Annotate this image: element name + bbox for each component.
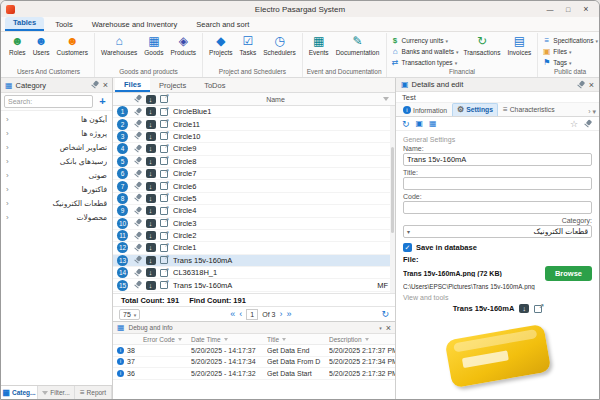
open-column-icon[interactable]	[160, 95, 168, 103]
chevron-down-icon[interactable]	[379, 323, 382, 332]
close-debug-icon[interactable]	[386, 323, 391, 333]
open-icon[interactable]	[160, 256, 168, 264]
ribbon-item-currency-units[interactable]: Currency units	[391, 36, 459, 45]
open-icon[interactable]	[160, 108, 168, 116]
ribbon-item-goods[interactable]: Goods	[142, 34, 165, 56]
tab-characteristics[interactable]: Characteristics	[499, 104, 559, 116]
pin-icon[interactable]	[133, 107, 143, 117]
table-row[interactable]: 10Circle3	[113, 218, 395, 230]
pin-icon[interactable]	[133, 156, 143, 166]
table-row[interactable]: 15Trans 15v-160mAMF	[113, 279, 395, 291]
filter-icon[interactable]	[383, 97, 389, 101]
import-icon[interactable]	[146, 182, 156, 191]
media-icon[interactable]	[429, 119, 437, 128]
first-page-button[interactable]	[230, 309, 235, 320]
close-panel-icon[interactable]	[103, 80, 108, 90]
code-field[interactable]	[403, 201, 592, 214]
import-icon[interactable]	[146, 281, 156, 290]
pin-icon[interactable]	[133, 181, 143, 191]
open-icon[interactable]	[160, 207, 168, 215]
import-icon[interactable]	[146, 268, 156, 277]
tree-item[interactable]: قطعات الکترونیک	[1, 196, 112, 210]
pin-icon[interactable]	[133, 243, 143, 253]
download-icon[interactable]	[519, 304, 529, 313]
close-panel-icon[interactable]	[589, 80, 594, 90]
open-icon[interactable]	[160, 281, 168, 289]
image-icon[interactable]	[416, 119, 424, 128]
open-external-icon[interactable]	[534, 305, 542, 313]
table-row-selected[interactable]: 13Trans 15v-160mA	[113, 255, 395, 267]
import-icon[interactable]	[146, 194, 156, 203]
pin-icon[interactable]	[133, 206, 143, 216]
ribbon-item-schedulers[interactable]: Schedulers	[261, 34, 298, 56]
next-page-button[interactable]	[279, 309, 282, 320]
col-date-time[interactable]: Date Time	[191, 336, 267, 343]
tab-warehouse-inventory[interactable]: Warehouse and Inventory	[84, 19, 186, 31]
table-row[interactable]: 2Circle11	[113, 118, 395, 130]
close-button[interactable]	[578, 3, 594, 15]
pin-icon[interactable]	[133, 268, 143, 278]
tree-item[interactable]: فاکتورها	[1, 182, 112, 196]
table-row[interactable]: 8Circle5	[113, 193, 395, 205]
ribbon-item-specifications[interactable]: Specifications	[542, 36, 598, 45]
ribbon-item-users[interactable]: Users	[31, 34, 52, 56]
tab-todos[interactable]: ToDos	[195, 78, 234, 92]
filter-icon[interactable]	[365, 338, 369, 341]
import-icon[interactable]	[146, 219, 156, 228]
open-icon[interactable]	[160, 269, 168, 277]
import-icon[interactable]	[146, 107, 156, 116]
refresh-icon[interactable]	[381, 309, 389, 320]
tree-item[interactable]: پروژه ها	[1, 126, 112, 140]
open-icon[interactable]	[160, 157, 168, 165]
pin-icon[interactable]	[133, 131, 143, 141]
import-icon[interactable]	[146, 169, 156, 178]
current-page[interactable]: 1	[246, 309, 258, 320]
filter-icon[interactable]	[224, 338, 228, 341]
star-icon[interactable]	[570, 119, 578, 129]
tab-tools[interactable]: Tools	[47, 19, 81, 31]
tree-item[interactable]: صوتی	[1, 168, 112, 182]
name-field[interactable]	[403, 153, 592, 166]
ribbon-item-transactions[interactable]: Transactions	[461, 34, 502, 56]
tab-filters[interactable]: Filter...	[38, 386, 75, 399]
import-icon[interactable]	[146, 231, 156, 240]
browse-button[interactable]: Browse	[545, 266, 592, 281]
pin-icon[interactable]	[133, 280, 143, 290]
pin-icon[interactable]	[133, 119, 143, 129]
debug-row[interactable]: 36 5/20/2025 - 14:17:32 Get Data Start 5…	[113, 368, 395, 380]
page-size-select[interactable]: 75	[119, 309, 140, 320]
scroll-tabs-right-icon[interactable]	[588, 108, 590, 116]
name-column-header[interactable]: Name	[170, 96, 381, 103]
open-icon[interactable]	[160, 219, 168, 227]
import-icon[interactable]	[146, 132, 156, 141]
open-icon[interactable]	[160, 120, 168, 128]
import-icon[interactable]	[146, 256, 156, 265]
category-select[interactable]: قطعات الکترونیک	[403, 225, 592, 238]
ribbon-item-roles[interactable]: Roles	[7, 34, 28, 56]
refresh-icon[interactable]	[402, 119, 410, 129]
image-preview[interactable]	[403, 315, 592, 397]
pin-icon[interactable]	[133, 255, 143, 265]
debug-row[interactable]: 37 5/20/2025 - 14:17:34 Get Data From D …	[113, 357, 395, 369]
table-row[interactable]: 3Circle10	[113, 131, 395, 143]
vertical-scrollbar[interactable]	[390, 106, 395, 293]
tab-tables[interactable]: Tables	[5, 17, 44, 31]
debug-row[interactable]: 38 5/20/2025 - 14:17:37 Get Data End 5/2…	[113, 345, 395, 357]
tree-item[interactable]: آیکون ها	[1, 112, 112, 126]
tab-information[interactable]: Information	[399, 105, 451, 116]
filter-icon[interactable]	[178, 338, 182, 341]
table-row[interactable]: 1CircleBlue1	[113, 106, 395, 118]
import-icon[interactable]	[146, 120, 156, 129]
tab-search-sort[interactable]: Search and sort	[188, 19, 257, 31]
table-row[interactable]: 12Circle1	[113, 242, 395, 254]
pin-icon[interactable]	[90, 80, 100, 90]
tab-settings[interactable]: Settings	[452, 103, 498, 116]
col-error-code[interactable]: Error Code	[143, 336, 191, 343]
open-icon[interactable]	[160, 244, 168, 252]
pin-icon[interactable]	[133, 193, 143, 203]
tree-item[interactable]: رسیدهای بانکی	[1, 154, 112, 168]
tree-item[interactable]: تصاویر اشخاص	[1, 140, 112, 154]
pin-icon[interactable]	[133, 169, 143, 179]
table-row[interactable]: 6Circle7	[113, 168, 395, 180]
last-page-button[interactable]	[286, 309, 291, 320]
